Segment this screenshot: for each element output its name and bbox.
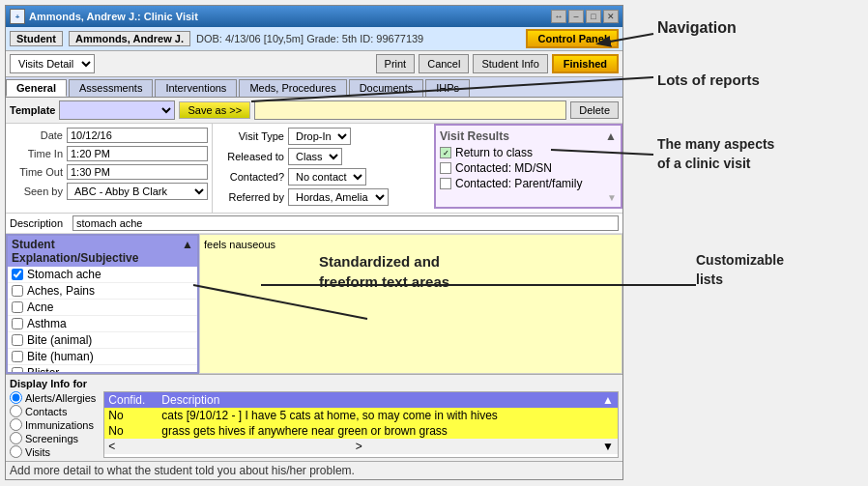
main-form: Date Time In Time Out Seen by ABC - Abby…: [6, 124, 622, 214]
seenby-dropdown[interactable]: ABC - Abby B Clark: [67, 183, 208, 200]
tab-general[interactable]: General: [6, 79, 67, 97]
checklist-check-0[interactable]: [12, 269, 23, 280]
referredby-dropdown[interactable]: Hordas, Amelia: [288, 188, 389, 206]
student-name-button[interactable]: Ammonds, Andrew J.: [69, 31, 190, 46]
checklist-check-4[interactable]: [12, 334, 23, 346]
vr-checkbox-1[interactable]: [440, 162, 451, 174]
minimize-button[interactable]: –: [568, 10, 584, 23]
releasedto-label: Released to: [217, 151, 284, 162]
timein-label: Time In: [10, 148, 63, 159]
display-info-title: Display Info for: [10, 378, 619, 389]
vr-item-0: ✓ Return to class: [440, 146, 617, 159]
annotation-customizable: Customizablelists: [696, 251, 784, 289]
radio-visits[interactable]: Visits: [10, 445, 96, 458]
checklist-label-2: Acne: [27, 300, 53, 314]
checklist-label-5: Bite (human): [27, 350, 94, 363]
template-row: Template Save as >> Delete: [6, 98, 622, 124]
maximize-button[interactable]: □: [586, 10, 601, 23]
allergy-scroll-down-icon[interactable]: ▼: [602, 440, 614, 453]
tab-bar: General Assessments Interventions Meds, …: [6, 77, 622, 98]
radio-alerts[interactable]: Alerts/Allergies: [10, 391, 96, 404]
description-input[interactable]: [72, 215, 619, 231]
allergy-scroll-left-icon[interactable]: <: [108, 440, 115, 453]
checklist-check-1[interactable]: [12, 285, 23, 297]
save-as-button[interactable]: Save as >>: [179, 101, 250, 119]
status-bar: Add more detail to what the student told…: [6, 461, 622, 479]
vr-item-1: Contacted: MD/SN: [440, 161, 617, 175]
vr-label-1: Contacted: MD/SN: [455, 161, 552, 175]
student-info-button[interactable]: Student Info: [473, 54, 547, 73]
checklist-check-3[interactable]: [12, 318, 23, 329]
display-info-section: Display Info for Alerts/Allergies Contac…: [6, 374, 622, 461]
date-row: Date: [10, 128, 208, 143]
date-input[interactable]: [67, 128, 208, 143]
visittype-label: Visit Type: [217, 130, 284, 142]
vr-label-2: Contacted: Parent/family: [455, 177, 582, 190]
description-row: Description: [6, 214, 622, 234]
student-button[interactable]: Student: [10, 31, 63, 46]
checklist-scroll-up[interactable]: ▲: [182, 238, 193, 265]
contacted-dropdown[interactable]: No contact: [288, 168, 366, 186]
control-panel-button[interactable]: Control Panel: [526, 29, 619, 48]
checklist-label-0: Stomach ache: [27, 268, 101, 281]
annotation-navigation: Navigation: [657, 17, 737, 39]
checklist-panel: Student Explanation/Subjective ▲ Stomach…: [6, 234, 199, 374]
finished-button[interactable]: Finished: [552, 54, 619, 73]
visittype-dropdown[interactable]: Drop-In: [288, 128, 351, 145]
print-button[interactable]: Print: [376, 54, 416, 73]
student-bar: Student Ammonds, Andrew J. DOB: 4/13/06 …: [6, 27, 622, 51]
delete-button[interactable]: Delete: [570, 101, 619, 119]
releasedto-dropdown[interactable]: Class: [288, 148, 342, 165]
vr-label-0: Return to class: [455, 146, 533, 159]
resize-icon[interactable]: ↔: [551, 10, 566, 23]
allergy-table-scroll-row: < > ▼: [104, 439, 618, 454]
allergy-scroll-up-icon[interactable]: ▲: [602, 393, 614, 407]
radio-immunizations[interactable]: Immunizations: [10, 418, 96, 431]
timeout-label: Time Out: [10, 166, 63, 178]
display-info-radios: Alerts/Allergies Contacts Immunizations …: [10, 391, 96, 458]
tab-ihps[interactable]: IHPs: [425, 79, 470, 97]
timeout-input[interactable]: [67, 164, 208, 180]
tab-interventions[interactable]: Interventions: [155, 79, 237, 97]
allergy-table: Confid. Description ▲ No cats [9/10/12 -…: [103, 391, 619, 458]
timein-row: Time In: [10, 146, 208, 161]
radio-contacts[interactable]: Contacts: [10, 405, 96, 417]
referredby-label: Referred by: [217, 191, 284, 203]
student-info: DOB: 4/13/06 [10y,5m] Grade: 5th ID: 996…: [196, 33, 423, 44]
template-dropdown[interactable]: [59, 100, 175, 120]
checklist-check-5[interactable]: [12, 351, 23, 362]
vr-checkbox-2[interactable]: [440, 178, 451, 189]
status-text: Add more detail to what the student told…: [10, 464, 355, 477]
window-title: Ammonds, Andrew J.: Clinic Visit: [29, 11, 551, 22]
save-as-input[interactable]: [254, 100, 566, 120]
visit-results-title: Visit Results ▲: [440, 129, 617, 143]
radio-screenings[interactable]: Screenings: [10, 432, 96, 444]
checklist-label-6: Blister: [27, 366, 59, 374]
checklist-item-5: Bite (human): [8, 349, 197, 365]
checklist-check-6[interactable]: [12, 367, 23, 374]
allergy-scroll-right-icon[interactable]: >: [356, 440, 362, 453]
left-form: Date Time In Time Out Seen by ABC - Abby…: [6, 124, 213, 213]
main-window: + Ammonds, Andrew J.: Clinic Visit ↔ – □…: [5, 5, 623, 480]
cancel-button[interactable]: Cancel: [419, 54, 469, 73]
tab-documents[interactable]: Documents: [349, 79, 424, 97]
view-dropdown[interactable]: Visits Detail: [10, 54, 95, 73]
tab-meds[interactable]: Meds, Procedures: [239, 79, 346, 97]
checklist-item-0: Stomach ache: [8, 267, 197, 283]
checklist-label-1: Aches, Pains: [27, 284, 95, 298]
close-button[interactable]: ✕: [603, 10, 619, 23]
description-label: Description: [10, 217, 72, 229]
window-controls: ↔ – □ ✕: [551, 10, 619, 23]
vr-checkbox-0[interactable]: ✓: [440, 147, 451, 158]
annotation-standardized: Standardized andfreeform text areas: [319, 251, 449, 292]
contacted-label: Contacted?: [217, 171, 284, 183]
right-form: Visit Type Drop-In Released to Class Con…: [213, 124, 622, 213]
vr-more: ▼: [440, 192, 617, 203]
visit-results-scroll-up[interactable]: ▲: [605, 129, 617, 143]
allergy-conf-1: No: [108, 424, 161, 438]
tab-assessments[interactable]: Assessments: [69, 79, 153, 97]
template-label: Template: [10, 104, 55, 116]
checklist-check-2[interactable]: [12, 301, 23, 313]
timein-input[interactable]: [67, 146, 208, 161]
checklist-item-4: Bite (animal): [8, 332, 197, 349]
